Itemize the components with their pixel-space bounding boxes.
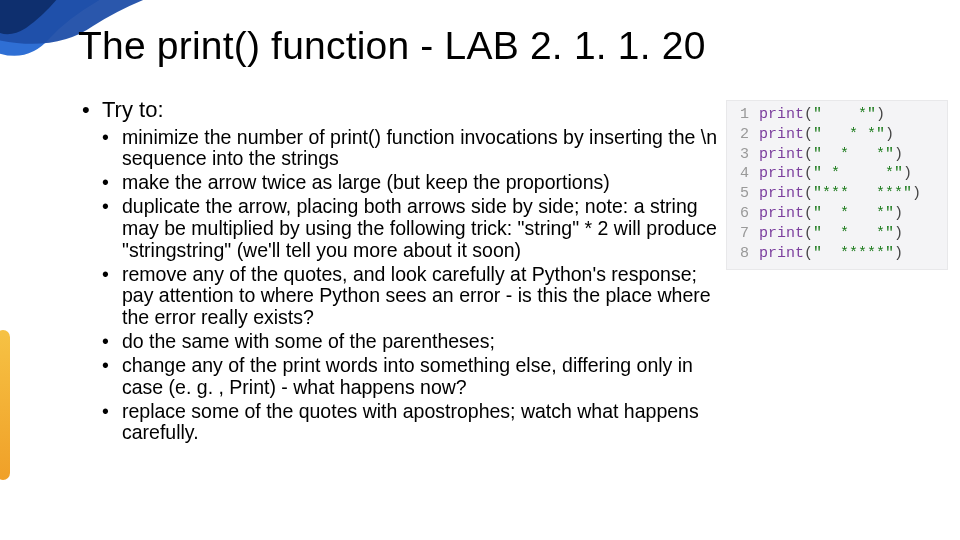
paren: ( [804, 205, 813, 222]
fn-name: print [759, 245, 804, 262]
side-accent-bar [0, 330, 10, 480]
line-number: 4 [733, 164, 749, 184]
code-snippet: 1print(" *") 2print(" * *") 3print(" * *… [726, 100, 948, 270]
line-number: 2 [733, 125, 749, 145]
bullet-list-level1: Try to: minimize the number of print() f… [82, 98, 722, 444]
code-line: 8print(" *****") [733, 244, 941, 264]
bullet-item: do the same with some of the parentheses… [102, 331, 722, 353]
fn-name: print [759, 205, 804, 222]
fn-name: print [759, 185, 804, 202]
code-line: 5print("*** ***") [733, 184, 941, 204]
paren: ) [894, 146, 903, 163]
line-number: 8 [733, 244, 749, 264]
paren: ( [804, 106, 813, 123]
paren: ) [876, 106, 885, 123]
paren: ( [804, 225, 813, 242]
intro-text: Try to: [102, 97, 164, 122]
string-literal: " * *" [813, 165, 903, 182]
paren: ) [903, 165, 912, 182]
content-area: Try to: minimize the number of print() f… [82, 98, 722, 450]
bullet-item: minimize the number of print() function … [102, 127, 722, 171]
bullet-item: change any of the print words into somet… [102, 355, 722, 399]
bullet-item: remove any of the quotes, and look caref… [102, 264, 722, 329]
line-number: 1 [733, 105, 749, 125]
code-line: 4print(" * *") [733, 164, 941, 184]
code-line: 7print(" * *") [733, 224, 941, 244]
fn-name: print [759, 126, 804, 143]
fn-name: print [759, 165, 804, 182]
string-literal: " *****" [813, 245, 894, 262]
bullet-item: make the arrow twice as large (but keep … [102, 172, 722, 194]
paren: ) [894, 245, 903, 262]
fn-name: print [759, 225, 804, 242]
intro-bullet: Try to: minimize the number of print() f… [82, 98, 722, 444]
paren: ( [804, 185, 813, 202]
string-literal: "*** ***" [813, 185, 912, 202]
string-literal: " *" [813, 106, 876, 123]
line-number: 5 [733, 184, 749, 204]
paren: ( [804, 146, 813, 163]
paren: ( [804, 245, 813, 262]
fn-name: print [759, 106, 804, 123]
bullet-list-level2: minimize the number of print() function … [102, 127, 722, 445]
code-line: 3print(" * *") [733, 145, 941, 165]
line-number: 6 [733, 204, 749, 224]
string-literal: " * *" [813, 146, 894, 163]
line-number: 3 [733, 145, 749, 165]
paren: ( [804, 126, 813, 143]
page-title: The print() function - LAB 2. 1. 1. 20 [78, 24, 706, 68]
fn-name: print [759, 146, 804, 163]
paren: ) [885, 126, 894, 143]
slide: The print() function - LAB 2. 1. 1. 20 T… [0, 0, 960, 540]
bullet-item: duplicate the arrow, placing both arrows… [102, 196, 722, 261]
string-literal: " * *" [813, 225, 894, 242]
bullet-item: replace some of the quotes with apostrop… [102, 401, 722, 445]
paren: ) [894, 225, 903, 242]
paren: ) [894, 205, 903, 222]
line-number: 7 [733, 224, 749, 244]
string-literal: " * *" [813, 205, 894, 222]
paren: ) [912, 185, 921, 202]
string-literal: " * *" [813, 126, 885, 143]
paren: ( [804, 165, 813, 182]
code-line: 6print(" * *") [733, 204, 941, 224]
code-line: 1print(" *") [733, 105, 941, 125]
code-line: 2print(" * *") [733, 125, 941, 145]
